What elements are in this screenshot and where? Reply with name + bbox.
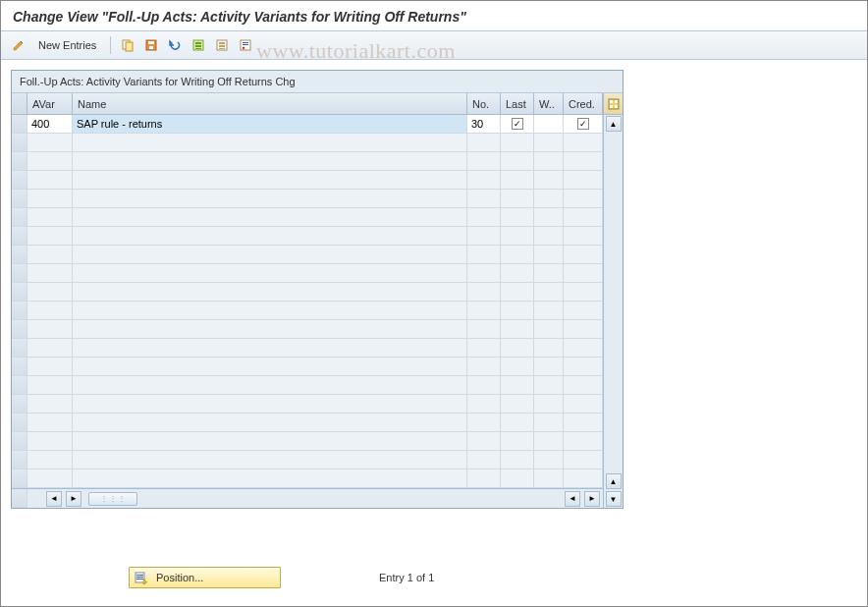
scroll-left-icon[interactable]: ◄ xyxy=(46,491,62,507)
table-row[interactable] xyxy=(12,152,603,171)
table-row[interactable] xyxy=(12,171,603,190)
copy-icon[interactable] xyxy=(119,36,136,54)
toggle-edit-icon[interactable] xyxy=(11,37,27,53)
col-selector[interactable] xyxy=(12,93,27,114)
table-row[interactable] xyxy=(12,358,603,376)
checkbox-checked-icon[interactable]: ✓ xyxy=(512,118,523,130)
svg-rect-3 xyxy=(148,41,154,44)
scroll-up-end-icon[interactable]: ▲ xyxy=(606,473,622,489)
svg-rect-8 xyxy=(195,48,201,49)
table-row[interactable] xyxy=(12,302,603,320)
svg-rect-19 xyxy=(610,105,613,108)
cell-no[interactable]: 30 xyxy=(467,115,501,133)
table-row[interactable] xyxy=(12,283,603,302)
table-row[interactable] xyxy=(12,414,603,432)
save-icon[interactable] xyxy=(142,36,160,54)
svg-rect-23 xyxy=(136,577,143,578)
position-label: Position... xyxy=(156,572,203,583)
undo-icon[interactable] xyxy=(166,36,184,54)
svg-rect-22 xyxy=(136,575,143,576)
svg-rect-1 xyxy=(126,42,133,51)
table-row[interactable] xyxy=(12,469,603,488)
table-row[interactable] xyxy=(12,339,603,358)
table-settings-icon[interactable] xyxy=(604,93,623,115)
cell-w[interactable] xyxy=(534,115,564,133)
col-last[interactable]: Last xyxy=(501,93,534,114)
svg-rect-18 xyxy=(615,100,618,103)
cell-cred[interactable]: ✓ xyxy=(564,115,603,133)
position-button[interactable]: Position... xyxy=(129,567,281,588)
svg-rect-24 xyxy=(136,579,143,579)
table-row[interactable] xyxy=(12,451,603,469)
right-column: ▲ ▲ ▼ xyxy=(603,93,623,508)
scroll-up-icon[interactable]: ▲ xyxy=(606,116,622,132)
select-all-icon[interactable] xyxy=(190,36,207,54)
table-row[interactable] xyxy=(12,264,603,283)
checkbox-checked-icon[interactable]: ✓ xyxy=(577,118,589,130)
content-area: Foll.-Up Acts: Activity Variants for Wri… xyxy=(1,60,867,509)
table-grid: AVar Name No. Last W.. Cred. 400 SAP rul… xyxy=(12,93,603,508)
col-name[interactable]: Name xyxy=(73,93,467,114)
page-title: Change View "Foll.-Up Acts: Activity Var… xyxy=(13,9,855,25)
table-row[interactable] xyxy=(12,320,603,339)
col-avar[interactable]: AVar xyxy=(27,93,73,114)
table-row[interactable] xyxy=(12,227,603,246)
svg-rect-20 xyxy=(615,105,618,108)
table-row[interactable] xyxy=(12,376,603,395)
svg-rect-15 xyxy=(243,44,248,45)
scroll-right-end-icon[interactable]: ► xyxy=(584,491,600,507)
svg-rect-11 xyxy=(219,45,225,47)
table-row[interactable] xyxy=(12,395,603,414)
table-row[interactable]: 400 SAP rule - returns 30 ✓ ✓ xyxy=(12,115,603,134)
deselect-all-icon[interactable] xyxy=(213,36,231,54)
scroll-left-end-icon[interactable]: ◄ xyxy=(565,491,580,507)
table-row[interactable] xyxy=(12,208,603,227)
svg-rect-4 xyxy=(149,46,153,49)
table-container: Foll.-Up Acts: Activity Variants for Wri… xyxy=(11,70,624,509)
cell-avar[interactable]: 400 xyxy=(27,115,73,133)
table-body: 400 SAP rule - returns 30 ✓ ✓ xyxy=(12,115,603,488)
svg-rect-10 xyxy=(219,42,225,44)
cell-last[interactable]: ✓ xyxy=(501,115,534,133)
svg-rect-14 xyxy=(243,42,248,43)
vertical-scrollbar[interactable]: ▲ ▲ ▼ xyxy=(604,115,623,508)
new-entries-button[interactable]: New Entries xyxy=(32,39,102,51)
svg-rect-12 xyxy=(219,48,225,49)
svg-rect-17 xyxy=(610,100,613,103)
svg-rect-7 xyxy=(195,45,201,47)
header: Change View "Foll.-Up Acts: Activity Var… xyxy=(1,1,867,30)
row-selector[interactable] xyxy=(12,115,27,133)
entry-count: Entry 1 of 1 xyxy=(379,572,434,583)
toolbar-divider xyxy=(110,36,111,54)
table-row[interactable] xyxy=(12,134,603,152)
toolbar: New Entries xyxy=(1,30,867,60)
scroll-down-icon[interactable]: ▼ xyxy=(606,491,622,507)
table-row[interactable] xyxy=(12,246,603,264)
horizontal-scrollbar[interactable]: ◄ ► ⋮⋮⋮ ◄ ► xyxy=(12,488,603,508)
col-cred[interactable]: Cred. xyxy=(564,93,603,114)
table-row[interactable] xyxy=(12,190,603,208)
cell-name[interactable]: SAP rule - returns xyxy=(73,115,467,133)
scroll-right-icon[interactable]: ► xyxy=(66,491,81,507)
col-no[interactable]: No. xyxy=(467,93,501,114)
table-row[interactable] xyxy=(12,432,603,451)
svg-rect-6 xyxy=(195,42,201,44)
scroll-thumb[interactable]: ⋮⋮⋮ xyxy=(88,492,137,506)
delete-icon[interactable] xyxy=(237,36,254,54)
footer: Position... Entry 1 of 1 xyxy=(1,567,867,588)
table-title: Foll.-Up Acts: Activity Variants for Wri… xyxy=(12,71,623,93)
table-header: AVar Name No. Last W.. Cred. xyxy=(12,93,603,115)
position-icon xyxy=(135,571,148,584)
col-w[interactable]: W.. xyxy=(534,93,564,114)
